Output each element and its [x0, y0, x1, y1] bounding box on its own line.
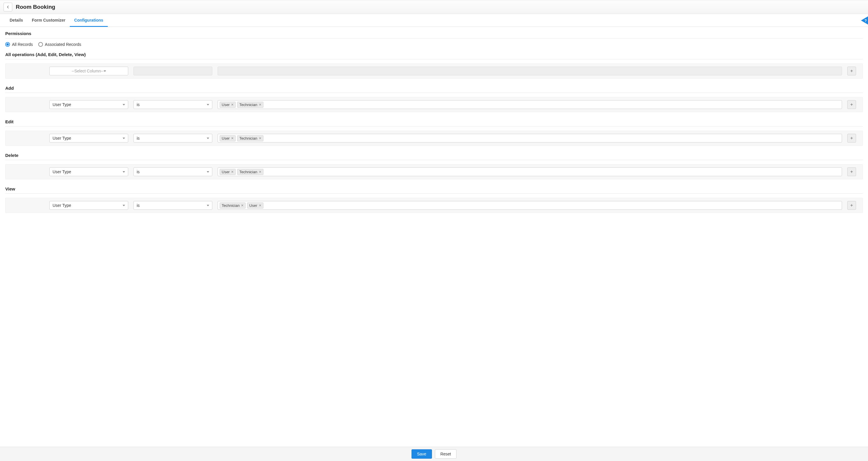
tag: User✕: [220, 169, 236, 175]
operator-select[interactable]: is: [133, 100, 212, 109]
operation-title: View: [5, 186, 863, 194]
value-tag-input[interactable]: Technician✕User✕: [218, 201, 842, 210]
tag-remove-icon[interactable]: ✕: [231, 170, 234, 174]
tab-configurations[interactable]: Configurations: [70, 14, 108, 27]
add-condition-button[interactable]: +: [847, 100, 856, 109]
column-select[interactable]: --Select Column--: [49, 67, 128, 75]
radio-circle-icon: [5, 42, 10, 47]
operation-title: Delete: [5, 153, 863, 160]
chevron-down-icon: [123, 137, 125, 139]
operator-select[interactable]: is: [133, 167, 212, 176]
tag-remove-icon[interactable]: ✕: [259, 103, 261, 106]
radio-circle-icon: [38, 42, 43, 47]
value-tag-input: [218, 67, 842, 75]
select-value: is: [137, 102, 140, 107]
operator-select[interactable]: is: [133, 134, 212, 143]
column-select[interactable]: User Type: [49, 167, 128, 176]
add-condition-button[interactable]: +: [847, 167, 856, 176]
operation-section: EditUser TypeisUser✕Technician✕+: [5, 119, 863, 146]
select-value: User Type: [53, 136, 71, 141]
tag-label: User: [249, 203, 257, 208]
tabs-bar: DetailsForm CustomizerConfigurations ?: [0, 14, 868, 27]
spacer: [9, 205, 44, 206]
condition-row: User TypeisUser✕Technician✕+: [5, 131, 863, 146]
operation-title: All operations (Add, Edit, Delete, View): [5, 52, 863, 59]
tag-label: Technician: [239, 170, 257, 174]
add-condition-button[interactable]: +: [847, 134, 856, 143]
tag-label: User: [222, 102, 229, 107]
operation-section: AddUser TypeisUser✕Technician✕+: [5, 86, 863, 112]
tag-remove-icon[interactable]: ✕: [231, 103, 234, 106]
permissions-heading: Permissions: [5, 31, 863, 38]
column-select[interactable]: User Type: [49, 201, 128, 210]
add-condition-button[interactable]: +: [847, 67, 856, 75]
radio-label: All Records: [12, 42, 33, 47]
select-value: User Type: [53, 170, 71, 174]
select-value: is: [137, 136, 140, 141]
column-select[interactable]: User Type: [49, 134, 128, 143]
tag: Technician✕: [220, 203, 246, 209]
tag-label: Technician: [239, 136, 257, 141]
radio-associated-records[interactable]: Associated Records: [38, 42, 82, 47]
tag-label: Technician: [239, 102, 257, 107]
tag-label: User: [222, 136, 229, 141]
page-title: Room Booking: [16, 4, 55, 10]
condition-row: User TypeisUser✕Technician✕+: [5, 164, 863, 179]
tag: Technician✕: [237, 169, 263, 175]
value-tag-input[interactable]: User✕Technician✕: [218, 100, 842, 109]
spacer: [9, 138, 44, 139]
chevron-down-icon: [207, 205, 209, 206]
tag: User✕: [220, 102, 236, 108]
operation-title: Add: [5, 86, 863, 93]
operation-section: DeleteUser TypeisUser✕Technician✕+: [5, 153, 863, 179]
tag-remove-icon[interactable]: ✕: [259, 204, 261, 207]
column-select[interactable]: User Type: [49, 100, 128, 109]
condition-row: User TypeisTechnician✕User✕+: [5, 198, 863, 213]
help-button[interactable]: ?: [861, 17, 868, 25]
select-value: is: [137, 203, 140, 208]
condition-row: --Select Column--+: [5, 63, 863, 79]
chevron-down-icon: [207, 171, 209, 173]
spacer: [9, 172, 44, 172]
chevron-down-icon: [123, 104, 125, 105]
tag-label: User: [222, 170, 229, 174]
operation-title: Edit: [5, 119, 863, 126]
tag-label: Technician: [222, 203, 240, 208]
operator-select: [133, 67, 212, 75]
chevron-down-icon: [123, 205, 125, 206]
chevron-down-icon: [104, 70, 106, 72]
records-radio-group: All Records Associated Records: [5, 42, 863, 47]
spacer: [9, 71, 44, 71]
condition-row: User TypeisUser✕Technician✕+: [5, 97, 863, 112]
tag: Technician✕: [237, 102, 263, 108]
tag: User✕: [220, 135, 236, 142]
add-condition-button[interactable]: +: [847, 201, 856, 210]
spacer: [9, 104, 44, 105]
header-bar: Room Booking: [0, 0, 868, 14]
tag: Technician✕: [237, 135, 263, 142]
operator-select[interactable]: is: [133, 201, 212, 210]
content-area: Permissions All Records Associated Recor…: [0, 27, 868, 240]
tab-form-customizer[interactable]: Form Customizer: [27, 14, 70, 27]
arrow-left-icon: [6, 5, 10, 9]
value-tag-input[interactable]: User✕Technician✕: [218, 167, 842, 176]
select-value: User Type: [53, 102, 71, 107]
operation-section: All operations (Add, Edit, Delete, View)…: [5, 52, 863, 79]
tag: User✕: [247, 203, 263, 209]
tag-remove-icon[interactable]: ✕: [231, 137, 234, 140]
tab-details[interactable]: Details: [5, 14, 27, 27]
select-value: --Select Column--: [71, 69, 104, 73]
chevron-down-icon: [207, 104, 209, 105]
chevron-down-icon: [207, 137, 209, 139]
tag-remove-icon[interactable]: ✕: [259, 170, 261, 174]
tag-remove-icon[interactable]: ✕: [259, 137, 261, 140]
radio-all-records[interactable]: All Records: [5, 42, 33, 47]
select-value: User Type: [53, 203, 71, 208]
back-button[interactable]: [3, 3, 12, 11]
tag-remove-icon[interactable]: ✕: [241, 204, 244, 207]
select-value: is: [137, 170, 140, 174]
value-tag-input[interactable]: User✕Technician✕: [218, 134, 842, 143]
operation-section: ViewUser TypeisTechnician✕User✕+: [5, 186, 863, 213]
chevron-down-icon: [123, 171, 125, 173]
radio-label: Associated Records: [45, 42, 82, 47]
